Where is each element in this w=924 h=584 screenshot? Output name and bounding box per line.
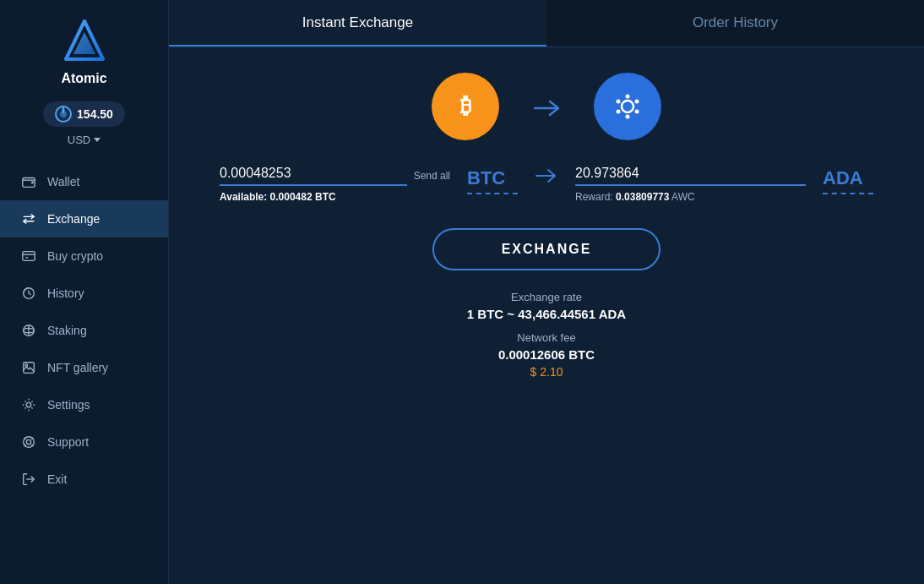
sidebar-item-exit[interactable]: Exit <box>0 461 168 498</box>
exit-icon <box>20 471 37 488</box>
wallet-icon <box>20 173 37 190</box>
svg-point-18 <box>617 100 621 104</box>
btc-coin-icon: ₿ <box>432 73 499 140</box>
settings-icon <box>20 396 37 413</box>
to-currency-label[interactable]: ADA <box>823 167 873 194</box>
buy-crypto-label: Buy crypto <box>47 249 103 263</box>
logo-area: Atomic <box>59 17 110 86</box>
available-amount: 0.000482 <box>270 191 313 203</box>
exit-label: Exit <box>47 472 67 486</box>
staking-label: Staking <box>47 324 87 337</box>
svg-point-17 <box>626 115 630 119</box>
reward-currency: AWC <box>671 191 695 203</box>
sidebar-item-exchange[interactable]: Exchange <box>0 200 168 237</box>
sidebar-item-buy-crypto[interactable]: Buy crypto <box>0 237 168 275</box>
buy-crypto-icon <box>20 248 37 265</box>
rate-section: Exchange rate 1 BTC ~ 43,466.44561 ADA N… <box>467 291 626 379</box>
app-name: Atomic <box>61 71 106 86</box>
network-fee-value: 0.00012606 BTC <box>467 347 626 362</box>
exchange-icon <box>20 210 37 227</box>
available-label: Available: <box>220 191 267 203</box>
exchange-rate-label: Exchange rate <box>467 291 626 303</box>
to-input-group: Reward: 0.03809773 AWC <box>575 166 806 203</box>
balance-amount: 154.50 <box>77 107 113 121</box>
tab-order-history[interactable]: Order History <box>546 0 924 46</box>
tabs-bar: Instant Exchange Order History <box>169 0 924 47</box>
available-currency: BTC <box>315 191 336 203</box>
nft-icon <box>20 359 37 376</box>
sidebar-item-settings[interactable]: Settings <box>0 386 168 423</box>
exchange-button[interactable]: EXCHANGE <box>432 228 661 270</box>
staking-icon <box>20 322 37 339</box>
exchange-arrow-icon <box>533 95 560 118</box>
from-currency-label[interactable]: BTC <box>467 167 518 194</box>
currency-selector[interactable]: USD <box>68 134 101 146</box>
balance-badge: 154.50 <box>43 101 125 127</box>
to-input-row <box>575 166 806 186</box>
to-amount-input[interactable] <box>575 166 806 186</box>
nav-menu: Wallet Exchange Buy crypto <box>0 163 168 498</box>
svg-point-16 <box>626 95 630 99</box>
history-label: History <box>47 287 84 300</box>
support-icon <box>20 434 37 450</box>
tab-instant-exchange[interactable]: Instant Exchange <box>169 0 546 46</box>
reward-amount: 0.03809773 <box>616 191 669 203</box>
exchange-rate-value: 1 BTC ~ 43,466.44561 ADA <box>467 307 626 321</box>
from-input-group: Send all Available: 0.000482 BTC <box>220 166 450 203</box>
reward-info: Reward: 0.03809773 AWC <box>575 191 806 203</box>
svg-rect-3 <box>23 252 35 261</box>
ada-coin-icon <box>594 73 661 140</box>
svg-point-9 <box>26 402 30 407</box>
settings-label: Settings <box>47 398 90 412</box>
to-currency-group: ADA <box>823 166 873 194</box>
reward-label: Reward: <box>575 191 613 203</box>
history-icon <box>20 285 37 302</box>
sidebar-item-nft-gallery[interactable]: NFT gallery <box>0 349 168 386</box>
network-fee-usd: $ 2.10 <box>467 365 626 379</box>
balance-icon <box>55 106 72 123</box>
arrow-between-inputs <box>535 166 558 184</box>
support-label: Support <box>47 435 89 449</box>
exchange-label: Exchange <box>47 212 100 226</box>
coins-row: ₿ <box>432 73 661 140</box>
svg-text:₿: ₿ <box>460 93 471 118</box>
chevron-down-icon <box>94 138 101 142</box>
available-info: Available: 0.000482 BTC <box>220 191 450 203</box>
from-amount-input[interactable] <box>220 166 407 186</box>
atomic-logo <box>59 17 110 68</box>
wallet-label: Wallet <box>47 175 79 188</box>
svg-point-19 <box>635 100 639 104</box>
sidebar: Atomic 154.50 USD Wallet <box>0 0 169 584</box>
from-input-row: Send all <box>220 166 450 186</box>
send-all-button[interactable]: Send all <box>414 170 450 182</box>
currency-label: USD <box>68 134 90 146</box>
from-currency-group: BTC <box>467 166 518 194</box>
nft-gallery-label: NFT gallery <box>47 361 108 374</box>
svg-point-21 <box>635 110 639 114</box>
sidebar-item-wallet[interactable]: Wallet <box>0 163 168 200</box>
svg-point-14 <box>607 86 648 127</box>
sidebar-item-support[interactable]: Support <box>0 423 168 461</box>
sidebar-item-history[interactable]: History <box>0 275 168 312</box>
sidebar-item-staking[interactable]: Staking <box>0 312 168 349</box>
main-panel: Instant Exchange Order History ₿ <box>169 0 924 584</box>
exchange-inputs: Send all Available: 0.000482 BTC BTC <box>220 166 873 203</box>
svg-point-20 <box>617 110 621 114</box>
svg-point-11 <box>26 439 30 444</box>
exchange-content: ₿ <box>169 47 924 584</box>
network-fee-label: Network fee <box>467 331 626 344</box>
